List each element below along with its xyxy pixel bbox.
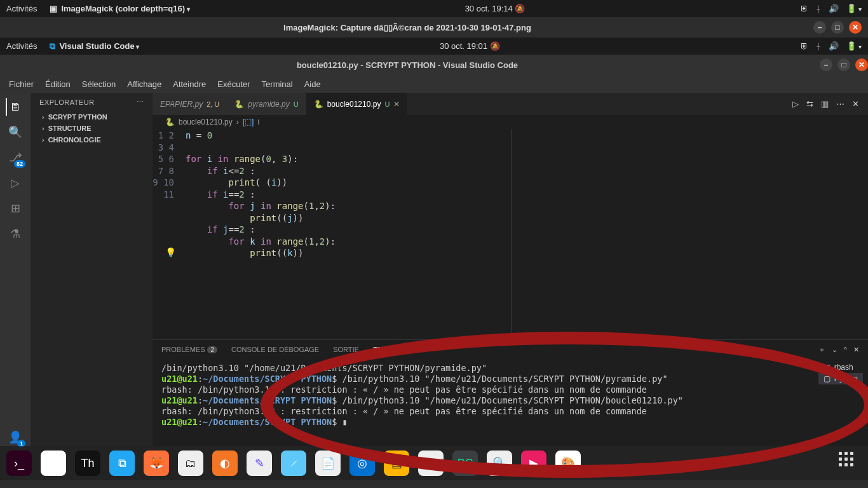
close-panel-icon[interactable]: ✕ [853, 346, 859, 354]
panel-tab-terminal[interactable]: TERMINAL [373, 346, 409, 354]
menu-edition[interactable]: Édition [40, 77, 76, 92]
close-button[interactable]: ✕ [855, 58, 868, 71]
dock-vscode-icon[interactable]: ⧉ [109, 451, 135, 476]
activities-button[interactable]: Activités [6, 4, 37, 13]
tree-structure[interactable]: STRUCTURE [31, 123, 153, 134]
chevron-down-icon[interactable]: ⌄ [832, 346, 837, 354]
maximize-button[interactable]: □ [837, 58, 850, 71]
panel-tab-console[interactable]: CONSOLE DE DÉBOGAGE [231, 346, 319, 353]
close-all-icon[interactable]: ✕ [852, 99, 859, 109]
maximize-button[interactable]: □ [831, 21, 844, 34]
vscode-window-title: boucle01210.py - SCRYPT PYTHON - Visual … [0, 60, 815, 70]
active-app-indicator[interactable]: ⧉ Visual Studio Code [50, 41, 139, 51]
source-control-icon[interactable]: ⎇82 [6, 149, 24, 166]
dock-flutter-icon[interactable]: ⟋ [281, 451, 306, 476]
battery-icon[interactable]: 🔋 [846, 4, 862, 13]
dock-app-icon[interactable]: ◎ [349, 451, 375, 476]
dock-firefox-icon[interactable]: 🦊 [144, 451, 169, 476]
tab-pyramide[interactable]: 🐍 pyramide.py U [227, 93, 306, 115]
vscode-titlebar: boucle01210.py - SCRYPT PYTHON - Visual … [0, 55, 868, 75]
maximize-panel-icon[interactable]: ^ [844, 346, 847, 353]
image-window-titlebar: ImageMagick: Capture dâ▯▯Ã©cran de 2021-… [0, 17, 868, 37]
testing-icon[interactable]: ⚗ [6, 225, 24, 243]
python-icon: 🐍 [314, 100, 323, 109]
split-editor-icon[interactable]: ▥ [821, 99, 829, 109]
bottom-panel: PROBLÈMES2 CONSOLE DE DÉBOGAGE SORTIE TE… [153, 339, 868, 446]
python-icon: 🐍 [165, 118, 175, 126]
wifi-icon[interactable]: ⟊ [816, 4, 821, 13]
extensions-icon[interactable]: ⊞ [6, 200, 24, 217]
dock-chrome-icon[interactable]: ◉ [41, 451, 66, 476]
sidebar-more-icon[interactable]: ⋯ [137, 98, 144, 106]
dock-editor-icon[interactable]: ✎ [247, 451, 272, 476]
dock-gimp-icon[interactable]: 🎨 [555, 451, 581, 476]
dock-terminal-icon[interactable]: ›_ [6, 451, 32, 476]
editor-area: EPAPIER.py 2, U 🐍 pyramide.py U 🐍 boucle… [153, 93, 868, 446]
accounts-icon[interactable]: 👤1 [6, 428, 24, 446]
menu-affichage[interactable]: Affichage [122, 77, 166, 92]
menu-fichier[interactable]: Fichier [4, 77, 39, 92]
terminal-entry-python[interactable]: ▢Python [818, 373, 863, 384]
menu-executer[interactable]: Exécuter [212, 77, 255, 92]
symbol-variable-icon: [⬚] [243, 118, 254, 126]
panel-tabs: PROBLÈMES2 CONSOLE DE DÉBOGAGE SORTIE TE… [153, 340, 868, 359]
outer-system-topbar: Activités ▣ ImageMagick (color depth=q16… [0, 0, 868, 17]
tree-chronologie[interactable]: CHRONOLOGIE [31, 134, 153, 146]
search-icon[interactable]: 🔍 [6, 123, 24, 141]
dock-files-icon[interactable]: 🗂 [178, 451, 203, 476]
python-icon: 🐍 [234, 100, 244, 109]
menubar: Fichier Édition Sélection Affichage Atte… [0, 75, 868, 93]
editor-ruler [512, 129, 512, 344]
volume-icon[interactable]: 🔊 [829, 41, 839, 51]
menu-terminal[interactable]: Terminal [257, 77, 298, 92]
vscode-icon: ⧉ [50, 41, 55, 51]
new-terminal-icon[interactable]: ＋ [818, 345, 825, 355]
shield-icon[interactable]: ⛨ [800, 4, 808, 13]
run-debug-icon[interactable]: ▷ [6, 174, 24, 192]
show-applications-button[interactable] [839, 452, 862, 475]
terminal-list: ▢rbash ▢Python [818, 362, 863, 384]
diff-icon[interactable]: ⇆ [806, 99, 813, 109]
dock-pycharm-icon[interactable]: PC [452, 451, 478, 476]
terminal-icon: ▢ [824, 374, 831, 383]
panel-tab-sortie[interactable]: SORTIE [333, 346, 359, 353]
battery-icon[interactable]: 🔋 [846, 41, 862, 51]
shield-icon[interactable]: ⛨ [800, 41, 808, 51]
dock-reader-icon[interactable]: 📖 [418, 451, 444, 476]
dock-loupe-icon[interactable]: 🔍 [487, 451, 512, 476]
wifi-icon[interactable]: ⟊ [816, 41, 821, 51]
dock-thonny-icon[interactable]: Th [75, 451, 100, 476]
active-app-indicator[interactable]: ▣ ImageMagick (color depth=q16) [50, 4, 189, 13]
notification-muted-icon: 🔕 [490, 41, 500, 51]
dock-calculator-icon[interactable]: ▤ [384, 451, 409, 476]
activities-button[interactable]: Activités [6, 41, 37, 51]
menu-selection[interactable]: Sélection [77, 77, 121, 92]
more-actions-icon[interactable]: ⋯ [836, 99, 844, 109]
minimize-button[interactable]: – [820, 58, 832, 71]
dock-jupyter-icon[interactable]: ◐ [212, 451, 238, 476]
terminal-entry-rbash[interactable]: ▢rbash [818, 362, 863, 373]
tree-scrypt-python[interactable]: SCRYPT PYTHON [31, 111, 153, 123]
menu-aide[interactable]: Aide [299, 77, 326, 92]
close-tab-icon[interactable]: ✕ [393, 100, 400, 109]
close-button[interactable]: ✕ [849, 21, 862, 34]
terminal-output[interactable]: /bin/python3.10 "/home/u21/Documents/SCR… [153, 359, 868, 431]
lightbulb-icon[interactable]: 💡 [165, 247, 176, 259]
sidebar-explorer: EXPLORATEUR ⋯ SCRYPT PYTHON STRUCTURE CH… [31, 93, 153, 446]
run-file-icon[interactable]: ▷ [792, 99, 799, 109]
dock: ›_ ◉ Th ⧉ 🦊 🗂 ◐ ✎ ⟋ 📄 ◎ ▤ 📖 PC 🔍 ▶ 🎨 [0, 446, 868, 480]
tab-boucle01210[interactable]: 🐍 boucle01210.py U ✕ [306, 93, 408, 115]
minimize-button[interactable]: – [813, 21, 826, 34]
tab-epapier[interactable]: EPAPIER.py 2, U [153, 93, 227, 115]
imagemagick-icon: ▣ [50, 4, 57, 13]
panel-tab-problemes[interactable]: PROBLÈMES2 [161, 346, 217, 353]
clock[interactable]: 30 oct. 19:14 [465, 4, 513, 13]
volume-icon[interactable]: 🔊 [829, 4, 839, 13]
dock-document-icon[interactable]: 📄 [315, 451, 341, 476]
dock-media-icon[interactable]: ▶ [521, 451, 546, 476]
explorer-icon[interactable]: 🗎 [6, 98, 24, 116]
menu-atteindre[interactable]: Atteindre [168, 77, 211, 92]
breadcrumb[interactable]: 🐍 boucle01210.py › [⬚] i [153, 115, 868, 129]
inner-system-topbar: Activités ⧉ Visual Studio Code 30 oct. 1… [0, 37, 868, 55]
clock[interactable]: 30 oct. 19:01 [440, 41, 487, 51]
